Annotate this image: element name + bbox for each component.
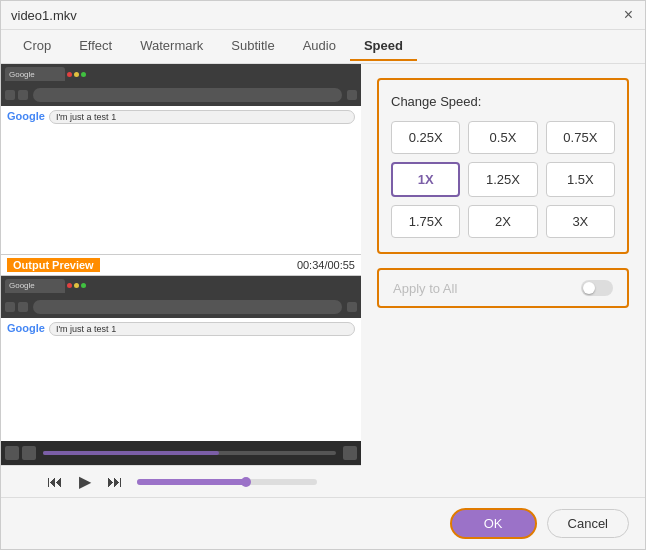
nav-menu (347, 90, 357, 100)
nav-back-b (5, 302, 15, 312)
taskbar-progress-fill (43, 451, 219, 455)
browser-content-bottom: Google I'm just a test 1 (1, 318, 361, 384)
taskbar-icon-3 (343, 446, 357, 460)
speed-btn-125x[interactable]: 1.25X (468, 162, 537, 197)
top-video-preview: Google G (1, 64, 361, 254)
speed-btn-3x[interactable]: 3X (546, 205, 615, 238)
dot-yellow-b (74, 283, 79, 288)
play-prev-button[interactable]: ⏮ (45, 473, 65, 491)
speed-btn-15x[interactable]: 1.5X (546, 162, 615, 197)
title-bar: video1.mkv × (1, 1, 645, 30)
tab-watermark[interactable]: Watermark (126, 32, 217, 61)
google-logo-bottom: Google (7, 322, 45, 334)
dot-green (81, 72, 86, 77)
right-panel: Change Speed: 0.25X 0.5X 0.75X 1X 1.25X … (361, 64, 645, 497)
bottom-actions: OK Cancel (1, 497, 645, 549)
dot-red (67, 72, 72, 77)
close-button[interactable]: × (622, 7, 635, 23)
address-bar-top (33, 88, 342, 102)
content-area: Google G (1, 64, 645, 497)
playback-controls: ⏮ ▶ ⏭ (1, 465, 361, 497)
taskbar-icon-2 (22, 446, 36, 460)
dot-green-b (81, 283, 86, 288)
browser-tab-label-bottom: Google (9, 281, 35, 290)
speed-section-title: Change Speed: (391, 94, 615, 109)
tab-subtitle[interactable]: Subtitle (217, 32, 288, 61)
play-next-button[interactable]: ⏭ (105, 473, 125, 491)
search-bar-bottom: I'm just a test 1 (49, 322, 355, 336)
speed-btn-05x[interactable]: 0.5X (468, 121, 537, 154)
bottom-video-preview: Google G (1, 276, 361, 466)
speed-btn-2x[interactable]: 2X (468, 205, 537, 238)
taskbar-progress-track (43, 451, 336, 455)
browser-bottom: Google G (1, 276, 361, 466)
browser-tab-top: Google (5, 67, 65, 81)
window-title: video1.mkv (11, 8, 77, 23)
apply-all-toggle[interactable] (581, 280, 613, 296)
progress-fill (137, 479, 245, 485)
taskbar-mock (1, 441, 361, 465)
dot-red-b (67, 283, 72, 288)
progress-track[interactable] (137, 479, 317, 485)
cancel-button[interactable]: Cancel (547, 509, 629, 538)
window-dots-top (67, 72, 86, 77)
nav-forward-b (18, 302, 28, 312)
main-window: video1.mkv × Crop Effect Watermark Subti… (0, 0, 646, 550)
nav-back (5, 90, 15, 100)
address-bar-bottom (33, 300, 342, 314)
ok-button[interactable]: OK (450, 508, 537, 539)
google-logo-top: Google (7, 110, 45, 122)
browser-toolbar-top (1, 84, 361, 106)
left-panel: Google G (1, 64, 361, 497)
speed-btn-175x[interactable]: 1.75X (391, 205, 460, 238)
output-label-bar: Output Preview 00:34/00:55 (1, 254, 361, 276)
browser-tab-label: Google (9, 70, 35, 79)
tab-effect[interactable]: Effect (65, 32, 126, 61)
page-content-bottom (1, 383, 361, 441)
speed-btn-025x[interactable]: 0.25X (391, 121, 460, 154)
browser-chrome-bottom: Google (1, 276, 361, 296)
output-preview-badge: Output Preview (7, 258, 100, 272)
toggle-thumb (583, 282, 595, 294)
browser-chrome-top: Google (1, 64, 361, 84)
tab-crop[interactable]: Crop (9, 32, 65, 61)
taskbar-icon-1 (5, 446, 19, 460)
tab-audio[interactable]: Audio (289, 32, 350, 61)
time-display: 00:34/00:55 (297, 259, 355, 271)
nav-forward (18, 90, 28, 100)
dot-yellow (74, 72, 79, 77)
speed-btn-075x[interactable]: 0.75X (546, 121, 615, 154)
progress-thumb (241, 477, 251, 487)
tab-bar: Crop Effect Watermark Subtitle Audio Spe… (1, 30, 645, 64)
speed-btn-1x[interactable]: 1X (391, 162, 460, 197)
window-dots-bottom (67, 283, 86, 288)
speed-section: Change Speed: 0.25X 0.5X 0.75X 1X 1.25X … (377, 78, 629, 254)
apply-all-label: Apply to All (393, 281, 457, 296)
browser-top: Google G (1, 64, 361, 254)
search-text-top: I'm just a test 1 (56, 112, 116, 122)
browser-tab-bottom: Google (5, 279, 65, 293)
search-text-bottom: I'm just a test 1 (56, 324, 116, 334)
browser-content-top: Google I'm just a test 1 (1, 106, 361, 184)
page-content-top (1, 184, 361, 254)
speed-grid: 0.25X 0.5X 0.75X 1X 1.25X 1.5X 1.75X 2X … (391, 121, 615, 238)
tab-speed[interactable]: Speed (350, 32, 417, 61)
apply-all-section: Apply to All (377, 268, 629, 308)
play-button[interactable]: ▶ (77, 472, 93, 491)
nav-menu-b (347, 302, 357, 312)
browser-toolbar-bottom (1, 296, 361, 318)
search-bar-top: I'm just a test 1 (49, 110, 355, 124)
